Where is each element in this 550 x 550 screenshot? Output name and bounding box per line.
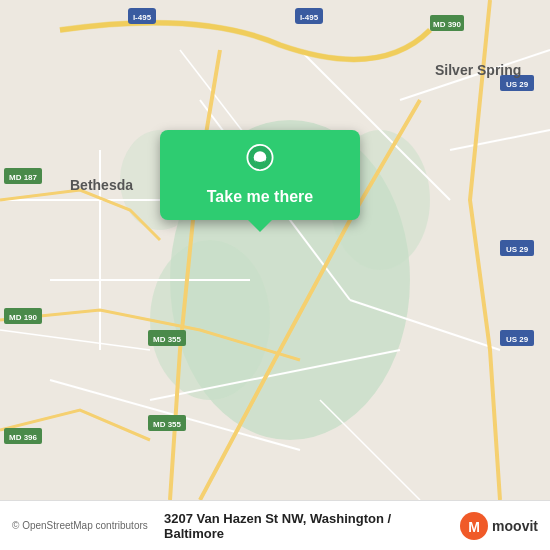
svg-text:I-495: I-495 <box>133 13 152 22</box>
moovit-brand-name: moovit <box>492 518 538 534</box>
bottom-bar: © OpenStreetMap contributors 3207 Van Ha… <box>0 500 550 550</box>
map-container: I-495 I-495 MD 390 US 29 US 29 US 29 MD … <box>0 0 550 500</box>
location-pin-icon <box>242 144 278 180</box>
map-background: I-495 I-495 MD 390 US 29 US 29 US 29 MD … <box>0 0 550 500</box>
svg-text:M: M <box>468 519 480 535</box>
svg-text:Bethesda: Bethesda <box>70 177 133 193</box>
moovit-logo: M moovit <box>460 512 538 540</box>
svg-text:MD 190: MD 190 <box>9 313 38 322</box>
navigation-popup[interactable]: Take me there <box>160 130 360 220</box>
svg-text:I-495: I-495 <box>300 13 319 22</box>
svg-text:US 29: US 29 <box>506 245 529 254</box>
svg-text:MD 187: MD 187 <box>9 173 38 182</box>
svg-text:MD 390: MD 390 <box>433 20 462 29</box>
svg-text:US 29: US 29 <box>506 80 529 89</box>
moovit-icon: M <box>460 512 488 540</box>
svg-text:MD 355: MD 355 <box>153 335 182 344</box>
svg-text:Silver Spring: Silver Spring <box>435 62 521 78</box>
address-label: 3207 Van Hazen St NW, Washington / Balti… <box>164 511 452 541</box>
svg-text:MD 396: MD 396 <box>9 433 38 442</box>
svg-point-2 <box>150 240 270 400</box>
svg-text:US 29: US 29 <box>506 335 529 344</box>
svg-text:MD 355: MD 355 <box>153 420 182 429</box>
take-me-there-button[interactable]: Take me there <box>207 188 313 206</box>
copyright-text: © OpenStreetMap contributors <box>12 520 156 531</box>
